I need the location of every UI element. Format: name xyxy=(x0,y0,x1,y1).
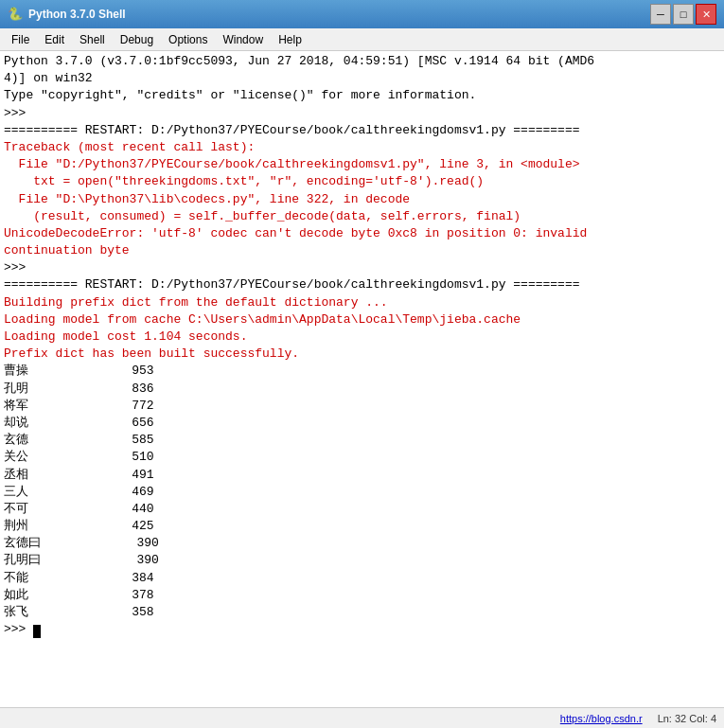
shell-line: >>> xyxy=(4,105,720,122)
shell-line: 荆州 425 xyxy=(4,518,720,535)
shell-output[interactable]: Python 3.7.0 (v3.7.0:1bf9cc5093, Jun 27 … xyxy=(0,51,724,707)
shell-line: Type "copyright", "credits" or "license(… xyxy=(4,87,720,104)
shell-line: Loading model from cache C:\Users\admin\… xyxy=(4,311,720,328)
shell-line: 孔明 836 xyxy=(4,381,720,398)
menu-options[interactable]: Options xyxy=(161,31,215,48)
shell-line: ========== RESTART: D:/Python37/PYECours… xyxy=(4,276,720,293)
shell-line: continuation byte xyxy=(4,242,720,259)
menu-help[interactable]: Help xyxy=(271,31,309,48)
shell-line: txt = open("threekingdoms.txt", "r", enc… xyxy=(4,173,720,190)
shell-line: 三人 469 xyxy=(4,484,720,501)
shell-line: Building prefix dict from the default di… xyxy=(4,294,720,311)
app-icon: 🐍 xyxy=(8,7,23,22)
shell-line: (result, consumed) = self._buffer_decode… xyxy=(4,208,720,225)
shell-line: 孔明曰 390 xyxy=(4,552,720,569)
window-title: Python 3.7.0 Shell xyxy=(28,8,650,21)
shell-line: >>> xyxy=(4,259,720,276)
shell-line: UnicodeDecodeError: 'utf-8' codec can't … xyxy=(4,225,720,242)
shell-line: 玄德 585 xyxy=(4,432,720,449)
statusbar: https://blog.csdn.r Ln: 32 Col: 4 xyxy=(0,707,724,728)
shell-line: File "​D:/Python37/PYECourse/book/calthr… xyxy=(4,156,720,173)
shell-line: ========== RESTART: D:/Python37/PYECours… xyxy=(4,122,720,139)
close-button[interactable]: ✕ xyxy=(696,4,716,25)
shell-line: 张飞 358 xyxy=(4,604,720,621)
shell-line: Traceback (most recent call last): xyxy=(4,139,720,156)
minimize-button[interactable]: ─ xyxy=(650,4,671,25)
menu-window[interactable]: Window xyxy=(215,31,271,48)
cursor xyxy=(33,625,41,638)
shell-line: File "​D:\Python37\lib\codecs.py", line … xyxy=(4,191,720,208)
title-bar: 🐍 Python 3.7.0 Shell ─ □ ✕ xyxy=(0,0,724,28)
statusbar-position: Ln: 32 Col: 4 xyxy=(658,713,716,724)
shell-line: 曹操 953 xyxy=(4,363,720,380)
window-controls: ─ □ ✕ xyxy=(650,4,716,25)
menubar: File Edit Shell Debug Options Window Hel… xyxy=(0,28,724,51)
shell-line: 却说 656 xyxy=(4,415,720,432)
shell-line: Loading model cost 1.104 seconds. xyxy=(4,328,720,346)
shell-line: 4)] on win32 xyxy=(4,70,720,87)
shell-line: Prefix dict has been built successfully. xyxy=(4,346,720,363)
shell-line: 将军 772 xyxy=(4,398,720,415)
menu-file[interactable]: File xyxy=(4,31,37,48)
menu-edit[interactable]: Edit xyxy=(37,31,72,48)
maximize-button[interactable]: □ xyxy=(673,4,694,25)
menu-debug[interactable]: Debug xyxy=(113,31,161,48)
shell-line: 丞相 491 xyxy=(4,467,720,484)
menu-shell[interactable]: Shell xyxy=(72,31,113,48)
shell-line: 玄德曰 390 xyxy=(4,535,720,552)
shell-line: Python 3.7.0 (v3.7.0:1bf9cc5093, Jun 27 … xyxy=(4,53,720,70)
shell-line: >>> xyxy=(4,621,720,638)
shell-line: 不能 384 xyxy=(4,570,720,587)
shell-line: 不可 440 xyxy=(4,501,720,518)
shell-line: 如此 378 xyxy=(4,587,720,604)
shell-line: 关公 510 xyxy=(4,449,720,466)
statusbar-link[interactable]: https://blog.csdn.r xyxy=(560,713,643,724)
